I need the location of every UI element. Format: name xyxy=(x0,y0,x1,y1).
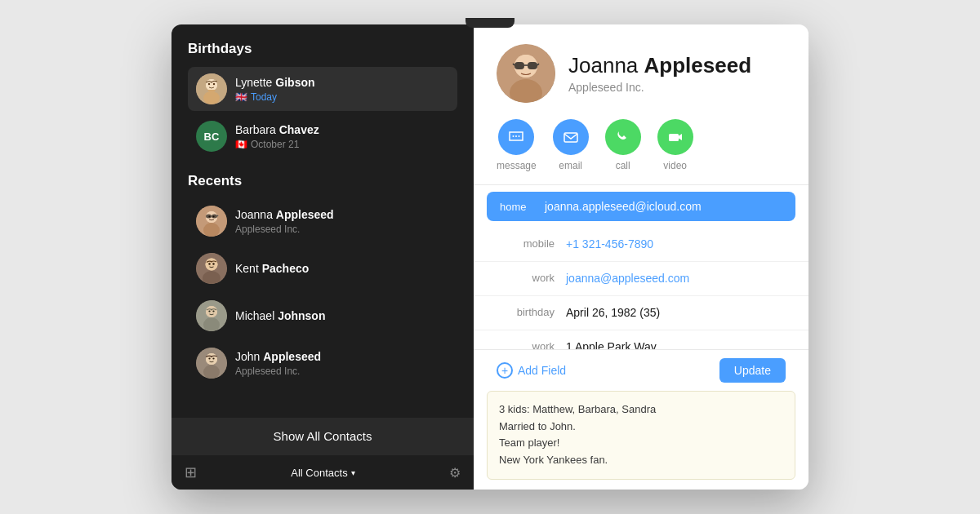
email-label: email xyxy=(559,160,582,171)
field-row-mobile: mobile +1 321-456-7890 xyxy=(474,228,808,262)
contact-name: Joanna Appleseed xyxy=(568,53,751,78)
svg-point-42 xyxy=(513,135,514,137)
barbara-name: Barbara Chavez xyxy=(235,122,449,137)
field-value-work-address: 1 Apple Park Way Cupertino CA 95014 Unit… xyxy=(566,339,786,349)
birthday-item-lynette[interactable]: Lynette Gibson 🇬🇧 Today xyxy=(188,67,457,111)
message-action-button[interactable]: message xyxy=(497,119,537,171)
avatar-joanna xyxy=(196,206,227,237)
avatar-lynette xyxy=(196,73,227,104)
field-label-work-address: work xyxy=(497,339,566,349)
email-icon xyxy=(553,119,589,155)
video-icon xyxy=(657,119,693,155)
lynette-sub: 🇬🇧 Today xyxy=(235,91,449,103)
update-button[interactable]: Update xyxy=(719,358,786,383)
add-field-button[interactable]: + Add Field xyxy=(497,362,566,379)
contact-company: Appleseed Inc. xyxy=(568,81,751,94)
contact-name-area: Joanna Appleseed Appleseed Inc. xyxy=(568,53,751,93)
home-email-label: home xyxy=(500,201,545,213)
svg-point-18 xyxy=(206,259,218,271)
contact-footer: + Add Field Update xyxy=(474,349,808,391)
avatar-kent xyxy=(196,253,227,284)
notes-section: 3 kids: Matthew, Barbara, Sandra Married… xyxy=(487,391,795,480)
app-container: Birthdays xyxy=(172,24,808,490)
svg-point-12 xyxy=(206,215,212,219)
video-action-button[interactable]: video xyxy=(657,119,693,171)
lynette-info: Lynette Gibson 🇬🇧 Today xyxy=(235,75,449,102)
recent-item-john[interactable]: John Appleseed Appleseed Inc. xyxy=(188,341,457,385)
recent-item-michael[interactable]: Michael Johnson xyxy=(188,294,457,338)
field-value-birthday: April 26, 1982 (35) xyxy=(566,304,786,321)
svg-rect-37 xyxy=(514,62,524,69)
contact-fields: mobile +1 321-456-7890 work joanna@apple… xyxy=(474,228,808,349)
add-field-icon: + xyxy=(497,362,513,379)
joanna-company: Appleseed Inc. xyxy=(235,224,449,235)
contact-header: Joanna Appleseed Appleseed Inc. xyxy=(474,24,808,119)
all-contacts-dropdown[interactable]: All Contacts ▾ xyxy=(291,467,354,479)
left-footer: ⊞ All Contacts ▾ ⚙ xyxy=(172,454,474,490)
call-label: call xyxy=(616,160,630,171)
barbara-info: Barbara Chavez 🇨🇦 October 21 xyxy=(235,122,449,149)
show-all-contacts-button[interactable]: Show All Contacts xyxy=(172,418,474,454)
kent-info: Kent Pacheco xyxy=(235,261,449,276)
avatar-michael xyxy=(196,300,227,331)
left-panel: Birthdays xyxy=(172,24,474,490)
svg-point-13 xyxy=(212,215,217,219)
recent-item-joanna[interactable]: Joanna Appleseed Appleseed Inc. xyxy=(188,199,457,243)
home-email-value: joanna.appleseed@icloud.com xyxy=(545,200,782,213)
svg-point-19 xyxy=(208,263,210,264)
chevron-down-icon: ▾ xyxy=(351,468,355,477)
svg-point-2 xyxy=(203,91,220,104)
recent-item-kent[interactable]: Kent Pacheco xyxy=(188,246,457,290)
michael-name: Michael Johnson xyxy=(235,308,449,323)
recents-title: Recents xyxy=(188,173,457,189)
svg-point-25 xyxy=(208,310,210,312)
joanna-recent-info: Joanna Appleseed Appleseed Inc. xyxy=(235,207,449,234)
recents-section: Recents xyxy=(188,173,457,385)
svg-point-44 xyxy=(519,135,520,137)
left-content: Birthdays xyxy=(172,24,474,408)
svg-point-26 xyxy=(212,310,214,312)
field-label-birthday: birthday xyxy=(497,304,566,318)
field-row-work-address: work 1 Apple Park Way Cupertino CA 95014… xyxy=(474,330,808,349)
svg-point-4 xyxy=(208,83,210,85)
svg-point-30 xyxy=(206,353,217,365)
john-company: Appleseed Inc. xyxy=(235,366,449,377)
svg-point-24 xyxy=(206,306,217,317)
avatar-john xyxy=(196,348,227,379)
svg-point-31 xyxy=(208,357,210,359)
settings-gear-icon[interactable]: ⚙ xyxy=(449,465,461,481)
svg-point-32 xyxy=(212,357,214,359)
lynette-name: Lynette Gibson xyxy=(235,75,449,90)
action-buttons: message email call video xyxy=(474,119,808,185)
avatar-barbara: BC xyxy=(196,121,227,152)
svg-point-5 xyxy=(213,83,215,85)
call-action-button[interactable]: call xyxy=(605,119,641,171)
john-name: John Appleseed xyxy=(235,349,449,364)
field-row-birthday: birthday April 26, 1982 (35) xyxy=(474,296,808,330)
call-icon xyxy=(605,119,641,155)
video-label: video xyxy=(663,160,687,171)
message-label: message xyxy=(497,160,537,171)
svg-point-43 xyxy=(515,135,517,137)
email-action-button[interactable]: email xyxy=(553,119,589,171)
john-info: John Appleseed Appleseed Inc. xyxy=(235,349,449,376)
birthdays-title: Birthdays xyxy=(188,41,457,57)
svg-rect-38 xyxy=(528,62,537,69)
kent-name: Kent Pacheco xyxy=(235,261,449,276)
field-label-mobile: mobile xyxy=(497,236,566,250)
field-label-work-email: work xyxy=(497,270,566,284)
joanna-recent-name: Joanna Appleseed xyxy=(235,207,449,222)
field-row-work-email: work joanna@appleseed.com xyxy=(474,262,808,296)
barbara-sub: 🇨🇦 October 21 xyxy=(235,139,449,150)
sidebar-toggle-icon[interactable]: ⊞ xyxy=(185,463,197,481)
field-value-work-email[interactable]: joanna@appleseed.com xyxy=(566,270,786,287)
birthday-item-barbara[interactable]: BC Barbara Chavez 🇨🇦 October 21 xyxy=(188,114,457,158)
field-value-mobile[interactable]: +1 321-456-7890 xyxy=(566,236,786,253)
home-email-row[interactable]: home joanna.appleseed@icloud.com xyxy=(487,192,795,221)
right-panel: Joanna Appleseed Appleseed Inc. message … xyxy=(474,24,808,490)
svg-rect-46 xyxy=(669,134,679,141)
message-icon xyxy=(498,119,534,155)
svg-rect-45 xyxy=(564,133,577,142)
contact-avatar-large xyxy=(497,44,555,103)
michael-info: Michael Johnson xyxy=(235,308,449,323)
